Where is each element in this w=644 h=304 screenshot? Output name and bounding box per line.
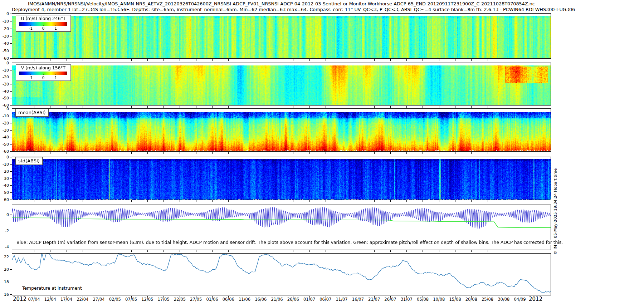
- x-tick-mark: [83, 59, 83, 61]
- x-tick-mark: [358, 200, 358, 202]
- x-tick-mark: [261, 59, 261, 61]
- x-tick-label: 11/07: [332, 297, 351, 302]
- x-tick-label: 12/04: [41, 297, 59, 302]
- x-tick-mark: [196, 152, 196, 154]
- temperature-label: Temperature at instrument: [21, 285, 83, 291]
- x-tick-mark: [309, 200, 310, 202]
- x-tick-mark: [390, 106, 391, 108]
- y-tick-label: -30: [3, 34, 9, 38]
- x-tick-mark: [374, 59, 375, 61]
- x-tick-label: 02/05: [106, 297, 124, 302]
- x-tick-mark: [83, 200, 83, 202]
- x-tick-mark: [471, 106, 472, 108]
- v-colorbar-tick-mark: [31, 74, 31, 75]
- x-tick-mark: [309, 152, 310, 154]
- x-tick-mark: [147, 200, 148, 202]
- x-tick-mark: [67, 250, 67, 252]
- x-tick-mark: [67, 59, 67, 61]
- v-legend-title: V (m/s) along 156°T: [16, 65, 70, 70]
- x-tick-mark: [406, 250, 407, 252]
- x-tick-label: 22/05: [170, 297, 189, 302]
- x-tick-mark: [196, 59, 196, 61]
- y-tick-mark: [10, 192, 12, 193]
- x-tick-mark: [455, 152, 455, 154]
- u-colorbar-tick-mark: [55, 25, 56, 26]
- x-tick-mark: [277, 200, 277, 202]
- x-tick-mark: [228, 200, 229, 202]
- x-tick-mark: [228, 250, 229, 252]
- x-tick-mark: [406, 59, 407, 61]
- x-tick-mark: [471, 152, 472, 154]
- x-tick-mark: [245, 152, 245, 154]
- y-tick-label: 0: [6, 107, 9, 111]
- x-tick-mark: [50, 59, 50, 61]
- x-tick-mark: [164, 250, 164, 252]
- x-tick-mark: [83, 106, 83, 108]
- x-tick-label: 22/04: [73, 297, 92, 302]
- y-tick-mark: [10, 36, 12, 36]
- y-tick-label: 0: [6, 61, 9, 65]
- x-tick-label: 21/06: [268, 297, 286, 302]
- x-tick-mark: [504, 250, 504, 252]
- x-tick-mark: [245, 200, 245, 202]
- x-tick-mark: [67, 200, 67, 202]
- x-tick-mark: [147, 152, 148, 154]
- x-tick-label: 27/04: [89, 297, 108, 302]
- x-tick-mark: [228, 59, 229, 61]
- x-tick-mark: [293, 200, 293, 202]
- x-tick-mark: [147, 106, 148, 108]
- x-tick-mark: [358, 152, 358, 154]
- x-tick-mark: [277, 106, 277, 108]
- y-tick-label: -20: [3, 26, 9, 30]
- y-tick-label: -20: [3, 75, 9, 79]
- y-tick-mark: [10, 21, 12, 21]
- x-tick-mark: [180, 152, 180, 154]
- y-tick-label: 16: [4, 293, 9, 296]
- x-tick-mark: [309, 250, 310, 252]
- x-tick-mark: [520, 59, 520, 61]
- y-tick-label: -40: [3, 89, 9, 93]
- x-tick-mark: [34, 200, 34, 202]
- y-tick-label: -20: [3, 121, 9, 125]
- y-tick-label: -10: [3, 114, 9, 118]
- x-tick-label: 16/07: [348, 297, 367, 302]
- y-tick-mark: [10, 282, 12, 282]
- v-colorbar-tick-label: 1: [55, 75, 57, 80]
- x-tick-mark: [455, 250, 455, 252]
- x-tick-mark: [374, 152, 375, 154]
- y-tick-mark: [10, 123, 12, 123]
- y-tick-label: -30: [3, 82, 9, 86]
- y-tick-mark: [10, 215, 12, 215]
- depth-variation-caption: Blue: ADCP Depth (m) variation from sens…: [16, 240, 563, 245]
- y-tick-mark: [10, 51, 12, 51]
- u-velocity-heatmap-canvas: [12, 14, 551, 58]
- x-tick-label: 31/07: [397, 297, 416, 302]
- x-tick-mark: [439, 152, 439, 154]
- x-tick-mark: [374, 200, 375, 202]
- x-tick-mark: [261, 152, 261, 154]
- u-legend-title: U (m/s) along 246°T: [16, 16, 70, 21]
- v-colorbar-tick-mark: [55, 74, 56, 75]
- x-tick-mark: [504, 152, 504, 154]
- x-tick-mark: [115, 200, 115, 202]
- y-tick-mark: [10, 185, 12, 186]
- x-tick-mark: [520, 200, 520, 202]
- y-tick-label: 0: [6, 155, 9, 159]
- y-tick-label: -2: [5, 229, 9, 233]
- x-tick-mark: [180, 250, 180, 252]
- panel-temperature: Temperature at instrument 22201816: [12, 253, 551, 295]
- u-colorbar-tick-label: 1: [55, 26, 57, 30]
- x-tick-mark: [245, 106, 245, 108]
- x-tick-mark: [358, 250, 358, 252]
- x-tick-mark: [164, 200, 164, 202]
- x-tick-mark: [196, 106, 196, 108]
- y-tick-mark: [10, 178, 12, 179]
- x-tick-label: 25/08: [478, 297, 497, 302]
- x-tick-mark: [520, 106, 520, 108]
- y-tick-label: 20: [4, 268, 9, 271]
- x-tick-mark: [131, 152, 132, 154]
- x-tick-mark: [423, 250, 423, 252]
- y-tick-label: -10: [3, 68, 9, 72]
- x-tick-mark: [326, 250, 326, 252]
- y-tick-label: -50: [3, 142, 9, 146]
